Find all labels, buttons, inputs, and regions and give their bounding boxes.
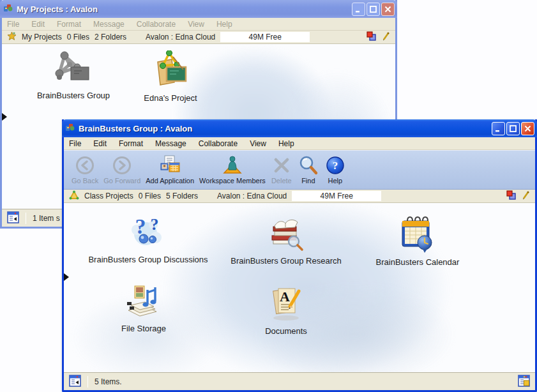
maximize-button[interactable] bbox=[506, 122, 520, 135]
discussions-icon: ? ? bbox=[128, 212, 169, 253]
workspace-item-documents[interactable]: A Documents bbox=[209, 283, 363, 336]
toolbar: Go Back Go Forward Add Application bbox=[64, 150, 535, 190]
menu-view[interactable]: View bbox=[188, 20, 204, 29]
delete-icon bbox=[271, 155, 292, 176]
status-separator bbox=[87, 376, 88, 388]
workspace-item-label: Documents bbox=[265, 326, 307, 336]
minimize-button[interactable] bbox=[352, 3, 365, 16]
panel-toggle-icon[interactable] bbox=[69, 375, 81, 389]
menu-file[interactable]: File bbox=[69, 139, 81, 148]
menu-collaborate[interactable]: Collaborate bbox=[199, 139, 238, 148]
svg-text:?: ? bbox=[333, 160, 338, 172]
svg-text:?: ? bbox=[151, 215, 159, 234]
files-count: 0 Files bbox=[139, 192, 161, 200]
cloud-label: Avalon : Edna Cloud bbox=[217, 192, 287, 200]
svg-text:A: A bbox=[280, 289, 290, 305]
status-text: 1 Item s bbox=[33, 214, 60, 223]
file-storage-icon bbox=[123, 281, 164, 322]
folders-count: 2 Folders bbox=[95, 33, 126, 41]
go-back-button[interactable]: Go Back bbox=[69, 153, 101, 185]
free-space-indicator: 49M Free bbox=[292, 191, 381, 201]
help-icon: ? bbox=[324, 155, 346, 176]
menu-format[interactable]: Format bbox=[119, 139, 143, 148]
minimize-button[interactable] bbox=[492, 122, 505, 135]
pencil-icon[interactable] bbox=[522, 190, 530, 202]
find-icon bbox=[298, 155, 319, 176]
menu-collaborate[interactable]: Collaborate bbox=[137, 20, 176, 29]
group-network-icon bbox=[53, 48, 94, 89]
workspace-class-projects: ? ? BrainBusters Group Discussions bbox=[64, 203, 535, 372]
add-application-button[interactable]: Add Application bbox=[143, 153, 197, 185]
menu-message[interactable]: Message bbox=[155, 139, 186, 148]
add-application-icon bbox=[159, 155, 181, 176]
status-text: 5 Items. bbox=[95, 377, 122, 386]
layers-icon[interactable] bbox=[506, 190, 517, 202]
workspace-members-icon bbox=[222, 155, 243, 176]
infobar-class-projects: Class Projects 0 Files 5 Folders Avalon … bbox=[64, 190, 535, 203]
workspace-members-button[interactable]: Workspace Members bbox=[197, 153, 268, 185]
workspace-item-calendar[interactable]: BrainBusters Calendar bbox=[341, 215, 494, 267]
folders-count: 5 Folders bbox=[166, 192, 198, 200]
workspace-item-file-storage[interactable]: File Storage bbox=[67, 281, 220, 333]
free-space-indicator: 49M Free bbox=[220, 32, 310, 42]
expander-arrow-icon bbox=[2, 113, 7, 121]
menu-edit[interactable]: Edit bbox=[93, 139, 107, 148]
window-brainbusters-group: BrainBusters Group : Avalon File Edit Fo… bbox=[62, 119, 537, 392]
workspace-item-discussions[interactable]: ? ? BrainBusters Group Discussions bbox=[72, 212, 225, 264]
calendar-icon bbox=[397, 215, 438, 255]
find-button[interactable]: Find bbox=[295, 153, 322, 185]
close-button[interactable] bbox=[521, 122, 534, 135]
workspace-item-ednas-project[interactable]: Edna's Project bbox=[94, 50, 247, 103]
panel-expander[interactable] bbox=[2, 112, 8, 122]
titlebar-brainbusters-group[interactable]: BrainBusters Group : Avalon bbox=[62, 119, 537, 137]
expander-arrow-icon bbox=[64, 273, 69, 281]
workspace-item-label: BrainBusters Group Discussions bbox=[88, 255, 208, 264]
maximize-button[interactable] bbox=[367, 3, 380, 16]
delete-button[interactable]: Delete bbox=[268, 153, 295, 185]
app-icon bbox=[65, 122, 75, 135]
menu-help[interactable]: Help bbox=[216, 20, 232, 29]
cloud-label: Avalon : Edna Cloud bbox=[146, 33, 215, 41]
star-icon bbox=[7, 31, 17, 43]
titlebar-my-projects[interactable]: My Projects : Avalon bbox=[0, 0, 397, 18]
location-label: Class Projects bbox=[84, 192, 133, 200]
workspace-item-label: Edna's Project bbox=[144, 93, 197, 103]
files-count: 0 Files bbox=[67, 33, 89, 41]
statusbar-brainbusters: 5 Items. bbox=[64, 372, 535, 390]
menubar-brainbusters: File Edit Format Message Collaborate Vie… bbox=[64, 137, 535, 150]
go-forward-icon bbox=[111, 155, 133, 176]
help-button[interactable]: ? Help bbox=[322, 153, 349, 185]
menu-view[interactable]: View bbox=[250, 139, 266, 148]
menu-edit[interactable]: Edit bbox=[31, 20, 45, 29]
menu-message[interactable]: Message bbox=[93, 20, 125, 29]
go-forward-button[interactable]: Go Forward bbox=[101, 153, 143, 185]
location-label: My Projects bbox=[22, 33, 62, 41]
panel-toggle-icon[interactable] bbox=[7, 211, 19, 225]
menu-file[interactable]: File bbox=[7, 20, 19, 29]
workspace-item-label: BrainBusters Group Research bbox=[231, 256, 341, 266]
close-button[interactable] bbox=[381, 3, 395, 16]
go-back-icon bbox=[74, 155, 96, 176]
project-icon bbox=[150, 50, 191, 91]
menubar-my-projects: File Edit Format Message Collaborate Vie… bbox=[2, 18, 395, 31]
triangle-network-icon bbox=[69, 190, 79, 202]
layout-icon[interactable] bbox=[518, 375, 530, 389]
research-icon bbox=[266, 213, 306, 254]
layers-icon[interactable] bbox=[367, 31, 377, 43]
window-title: BrainBusters Group : Avalon bbox=[79, 124, 488, 133]
infobar-my-projects: My Projects 0 Files 2 Folders Avalon : E… bbox=[2, 31, 395, 44]
app-icon bbox=[3, 3, 13, 15]
status-separator bbox=[26, 213, 26, 224]
workspace-item-label: File Storage bbox=[121, 324, 166, 333]
workspace-item-research[interactable]: BrainBusters Group Research bbox=[209, 213, 363, 266]
menu-format[interactable]: Format bbox=[57, 20, 81, 29]
workspace-item-label: BrainBusters Calendar bbox=[376, 257, 460, 267]
pencil-icon[interactable] bbox=[382, 31, 390, 43]
documents-icon: A bbox=[266, 283, 306, 324]
menu-help[interactable]: Help bbox=[278, 139, 294, 148]
window-title: My Projects : Avalon bbox=[17, 4, 349, 14]
